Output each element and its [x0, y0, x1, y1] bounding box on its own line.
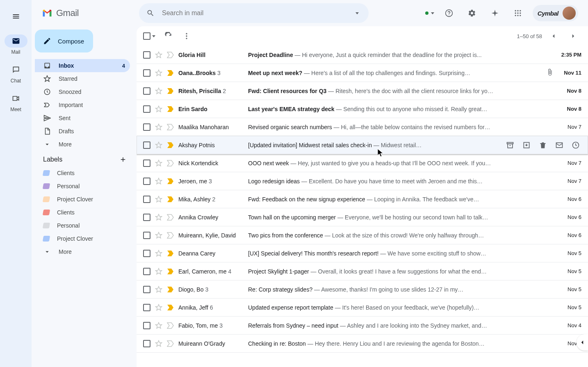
star-button[interactable]: [155, 177, 163, 185]
email-row[interactable]: Annika Crowley Town hall on the upcoming…: [137, 208, 588, 226]
email-row[interactable]: Annika, Jeff 6 Updated expense report te…: [137, 299, 588, 317]
important-marker[interactable]: [167, 340, 174, 347]
important-marker[interactable]: [167, 268, 174, 275]
star-button[interactable]: [155, 195, 163, 203]
rail-chat[interactable]: Chat: [5, 63, 27, 84]
account-chip[interactable]: Cymbal: [533, 5, 578, 21]
row-checkbox[interactable]: [143, 304, 150, 311]
mark-read-icon[interactable]: [555, 141, 563, 149]
star-button[interactable]: [155, 231, 163, 239]
row-checkbox[interactable]: [143, 105, 150, 113]
star-button[interactable]: [155, 123, 163, 131]
more-button[interactable]: [182, 31, 191, 41]
star-button[interactable]: [155, 87, 163, 95]
rail-mail[interactable]: Mail: [5, 34, 27, 55]
email-row[interactable]: Erin Sardo Last year's EMEA strategy dec…: [137, 100, 588, 118]
search-bar[interactable]: [139, 3, 369, 23]
status-indicator[interactable]: [425, 11, 434, 15]
main-menu-button[interactable]: [6, 7, 26, 26]
important-marker[interactable]: [167, 160, 174, 166]
label-item[interactable]: Clients: [35, 166, 137, 180]
email-row[interactable]: Muireann O'Grady Checking in re: Boston …: [137, 335, 588, 353]
email-row[interactable]: Diogo, Bo 3 Re: Corp strategy slides? — …: [137, 280, 588, 299]
email-list[interactable]: Gloria Hill Project Deadline — Hi everyo…: [137, 46, 588, 367]
important-marker[interactable]: [167, 88, 174, 94]
email-row[interactable]: Muireann, Kylie, David Two pics from the…: [137, 226, 588, 244]
search-input[interactable]: [162, 9, 346, 17]
important-marker[interactable]: [167, 196, 174, 203]
snooze-icon[interactable]: [572, 141, 580, 149]
email-row[interactable]: Deanna Carey [UX] Special delivery! This…: [137, 244, 588, 262]
star-button[interactable]: [155, 321, 163, 330]
important-marker[interactable]: [167, 304, 174, 311]
nav-important[interactable]: Important: [35, 98, 130, 112]
label-item[interactable]: Personal: [35, 219, 137, 232]
delete-icon[interactable]: [539, 141, 547, 149]
row-checkbox[interactable]: [143, 160, 150, 167]
star-button[interactable]: [155, 267, 163, 276]
logo[interactable]: Gmail: [38, 7, 136, 19]
row-checkbox[interactable]: [143, 87, 150, 95]
rail-meet[interactable]: Meet: [5, 92, 27, 112]
important-marker[interactable]: [167, 286, 174, 293]
star-button[interactable]: [155, 141, 163, 149]
label-item[interactable]: Personal: [35, 180, 137, 193]
star-button[interactable]: [155, 105, 163, 113]
star-button[interactable]: [155, 69, 163, 77]
email-row[interactable]: Mika, Ashley 2 Fwd: Feedback on the new …: [137, 190, 588, 208]
important-marker[interactable]: [167, 70, 174, 76]
email-row[interactable]: Oana..Brooks 3 Meet up next week? — Here…: [137, 64, 588, 82]
apps-button[interactable]: [510, 5, 526, 21]
row-checkbox[interactable]: [143, 196, 150, 203]
row-checkbox[interactable]: [143, 340, 150, 347]
row-checkbox[interactable]: [143, 232, 150, 239]
star-button[interactable]: [155, 303, 163, 312]
email-row[interactable]: Jeroen, me 3 Logo redesign ideas — Excel…: [137, 172, 588, 190]
email-row[interactable]: Fabio, Tom, me 3 Referrals from Sydney –…: [137, 317, 588, 335]
nav-snoozed[interactable]: Snoozed: [35, 85, 130, 98]
star-button[interactable]: [155, 285, 163, 294]
labels-more[interactable]: More: [35, 245, 130, 258]
support-button[interactable]: [441, 5, 457, 21]
email-row[interactable]: Nick Kortendick OOO next week — Hey, jus…: [137, 154, 588, 172]
row-checkbox[interactable]: [143, 268, 150, 275]
important-marker[interactable]: [167, 142, 174, 148]
next-page-button[interactable]: [565, 28, 581, 44]
star-button[interactable]: [155, 340, 163, 348]
label-item[interactable]: Project Clover: [35, 193, 137, 206]
important-marker[interactable]: [167, 322, 174, 329]
select-all[interactable]: [143, 32, 155, 40]
star-button[interactable]: [155, 159, 163, 167]
important-marker[interactable]: [167, 232, 174, 239]
email-row[interactable]: Gloria Hill Project Deadline — Hi everyo…: [137, 46, 588, 64]
star-button[interactable]: [155, 51, 163, 59]
move-to-inbox-icon[interactable]: [522, 141, 531, 149]
nav-sent[interactable]: Sent: [35, 112, 130, 125]
nav-more[interactable]: More: [35, 138, 130, 151]
compose-button[interactable]: Compose: [35, 30, 93, 52]
row-checkbox[interactable]: [143, 178, 150, 185]
star-button[interactable]: [155, 213, 163, 221]
row-checkbox[interactable]: [143, 51, 150, 59]
important-marker[interactable]: [167, 52, 174, 58]
archive-icon[interactable]: [506, 141, 514, 149]
star-button[interactable]: [155, 249, 163, 258]
important-marker[interactable]: [167, 106, 174, 112]
refresh-button[interactable]: [164, 31, 173, 41]
row-checkbox[interactable]: [143, 69, 150, 77]
important-marker[interactable]: [167, 214, 174, 221]
email-row[interactable]: Earl, Cameron, me 4 Project Skylight 1-p…: [137, 262, 588, 280]
nav-drafts[interactable]: Drafts: [35, 125, 130, 138]
search-options-button[interactable]: [349, 5, 365, 21]
email-row[interactable]: Maalika Manoharan Revised organic search…: [137, 118, 588, 136]
row-checkbox[interactable]: [143, 286, 150, 293]
important-marker[interactable]: [167, 178, 174, 185]
row-checkbox[interactable]: [143, 123, 150, 131]
label-item[interactable]: Clients: [35, 206, 137, 219]
nav-inbox[interactable]: Inbox 4: [35, 59, 130, 72]
add-label-button[interactable]: [119, 156, 127, 163]
row-checkbox[interactable]: [143, 141, 150, 149]
select-all-checkbox[interactable]: [143, 32, 150, 40]
email-row[interactable]: Ritesh, Priscilla 2 Fwd: Client resource…: [137, 82, 588, 100]
row-checkbox[interactable]: [143, 214, 150, 221]
